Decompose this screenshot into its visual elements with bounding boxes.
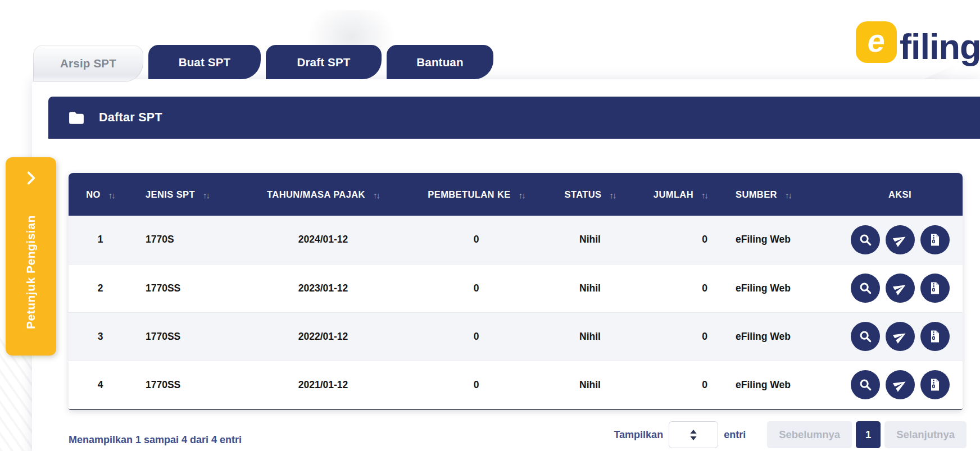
cell-sumber: eFiling Web [722,361,837,409]
table-row: 21770SS2023/01-120Nihil0eFiling Web [69,264,963,312]
cell-tahun: 2023/01-12 [236,264,410,312]
send-button[interactable] [886,322,915,351]
cell-pembetulan: 0 [410,264,542,312]
cell-jenis: 1770SS [132,264,236,312]
petunjuk-pengisian-tab[interactable]: Petunjuk Pengisian [6,157,56,356]
cell-pembetulan: 0 [410,361,542,409]
send-button[interactable] [886,370,915,399]
cell-sumber: eFiling Web [722,264,837,312]
tab-buat-spt[interactable]: Buat SPT [148,45,261,79]
column-label: STATUS [565,189,602,199]
cell-jumlah: 0 [638,264,722,312]
efiling-logo: e filing [856,21,980,65]
tab-arsip-spt[interactable]: Arsip SPT [33,45,143,82]
cell-jenis: 1770SS [132,361,236,409]
ribbon-label: Petunjuk Pengisian [24,186,38,356]
sort-arrows-icon: ↑↓ [203,190,209,200]
view-button[interactable] [851,370,880,399]
cell-jumlah: 0 [638,312,722,361]
column-label: TAHUN/MASA PAJAK [267,189,365,199]
cell-tahun: 2021/01-12 [236,361,410,409]
send-button[interactable] [886,274,915,303]
panel-title: Daftar SPT [99,111,162,125]
cell-tahun: 2024/01-12 [236,216,410,264]
page-size-select[interactable] [669,421,718,448]
file-archive-icon [928,330,942,343]
sort-arrows-icon: ↑↓ [108,190,115,200]
table-row: 11770S2024/01-120Nihil0eFiling Web [69,216,963,264]
sort-arrows-icon: ↑↓ [373,190,379,200]
cell-aksi [837,216,963,264]
column-header-tahun[interactable]: TAHUN/MASA PAJAK↑↓ [236,173,410,216]
file-archive-icon [928,233,942,247]
cell-jenis: 1770S [132,216,236,264]
column-label: NO [86,189,101,199]
show-label: Tampilkan [614,429,663,441]
cell-status: Nihil [542,312,638,361]
paper-plane-icon [893,330,907,343]
send-button[interactable] [886,225,915,254]
cell-no: 1 [69,216,132,264]
chevron-right-icon [22,170,39,186]
view-button[interactable] [851,322,880,351]
search-icon [858,233,873,247]
logo-letter: e [865,25,887,57]
attachment-button[interactable] [920,370,950,399]
cell-status: Nihil [542,216,638,264]
search-icon [858,329,873,344]
view-button[interactable] [851,274,880,303]
table-info: Menampilkan 1 sampai 4 dari 4 entri [69,434,242,446]
sort-arrows-icon: ↑↓ [701,190,707,200]
file-archive-icon [928,281,942,295]
cell-aksi [837,361,963,409]
spt-table-container: NO↑↓JENIS SPT↑↓TAHUN/MASA PAJAK↑↓PEMBETU… [69,173,963,410]
sort-arrows-icon: ↑↓ [785,190,791,200]
cell-no: 4 [69,361,132,409]
cell-aksi [837,312,963,361]
cell-pembetulan: 0 [410,312,542,361]
table-body: 11770S2024/01-120Nihil0eFiling Web21770S… [69,216,963,409]
cell-jumlah: 0 [638,216,722,264]
search-icon [858,377,873,392]
efiling-logo-icon: e [856,21,897,63]
attachment-button[interactable] [920,274,950,303]
column-label: PEMBETULAN KE [428,189,510,199]
paper-plane-icon [893,281,907,295]
column-header-no[interactable]: NO↑↓ [69,173,132,216]
previous-page-button[interactable]: Sebelumnya [767,421,852,448]
view-button[interactable] [851,225,880,254]
column-label: SUMBER [736,189,777,199]
tab-draft-spt[interactable]: Draft SPT [266,45,382,79]
column-label: AKSI [888,189,911,199]
column-header-status[interactable]: STATUS↑↓ [542,173,638,216]
panel-header: Daftar SPT [48,97,980,139]
column-header-jenis[interactable]: JENIS SPT↑↓ [132,173,236,216]
attachment-button[interactable] [920,225,950,254]
file-archive-icon [928,378,942,391]
cell-tahun: 2022/01-12 [236,312,410,361]
paper-plane-icon [893,378,907,391]
column-header-aksi: AKSI [837,173,963,216]
cell-sumber: eFiling Web [722,312,837,361]
search-icon [858,281,873,295]
current-page-button[interactable]: 1 [856,421,881,448]
table-header-row: NO↑↓JENIS SPT↑↓TAHUN/MASA PAJAK↑↓PEMBETU… [69,173,963,216]
attachment-button[interactable] [920,322,950,351]
tab-bantuan[interactable]: Bantuan [387,45,493,79]
table-footer-controls: Tampilkan entri Sebelumnya 1 Selanjutnya [614,421,967,448]
column-header-pembetulan[interactable]: PEMBETULAN KE↑↓ [410,173,542,216]
cell-jumlah: 0 [638,361,722,409]
next-page-button[interactable]: Selanjutnya [884,421,967,448]
paper-plane-icon [893,233,907,247]
entries-label: entri [724,429,746,441]
column-label: JUMLAH [654,189,693,199]
main-card: Daftar SPT NO↑↓JENIS SPT↑↓TAHUN/MASA PAJ… [32,79,980,451]
logo-word: filing [900,29,980,65]
cell-no: 2 [69,264,132,312]
column-header-jumlah[interactable]: JUMLAH↑↓ [638,173,722,216]
column-header-sumber[interactable]: SUMBER↑↓ [722,173,837,216]
folder-icon [69,111,84,125]
cell-aksi [837,264,963,312]
sort-arrows-icon: ↑↓ [609,190,615,200]
tab-bar: Arsip SPTBuat SPTDraft SPTBantuan [33,45,498,82]
